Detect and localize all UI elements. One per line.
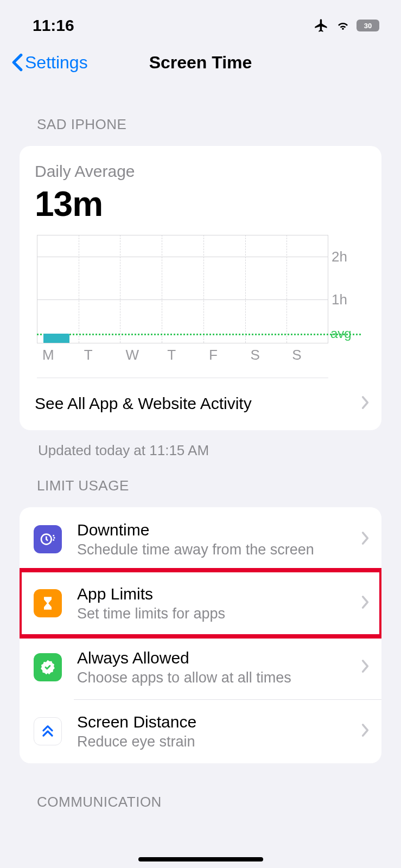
chevron-right-icon (361, 531, 370, 547)
chevron-right-icon (361, 595, 370, 611)
status-time: 11:16 (33, 16, 74, 35)
section-header-communication: COMMUNICATION (0, 763, 401, 816)
list-item-title: Screen Distance (77, 713, 361, 731)
list-item-title: App Limits (77, 585, 361, 603)
usage-chart: 1h2havg MTWTFSS (35, 224, 366, 378)
list-item-hourglass[interactable]: App LimitsSet time limits for apps (20, 571, 381, 635)
status-icons: 30 (313, 18, 379, 33)
airplane-icon (313, 18, 329, 33)
back-button[interactable]: Settings (11, 53, 88, 73)
section-header-limit-usage: LIMIT USAGE (0, 459, 401, 500)
home-indicator[interactable] (138, 857, 263, 861)
chart-bar (43, 334, 69, 343)
see-all-activity-row[interactable]: See All App & Website Activity (20, 378, 381, 430)
limit-usage-card: DowntimeSchedule time away from the scre… (20, 507, 381, 763)
back-label: Settings (25, 53, 88, 73)
list-item-title: Always Allowed (77, 649, 361, 667)
daily-average-value: 13m (35, 184, 366, 224)
chevron-right-icon (361, 659, 370, 675)
list-item-subtitle: Schedule time away from the screen (77, 541, 361, 558)
section-header-device: SAD IPHONE (0, 87, 401, 138)
check-badge-icon (34, 653, 62, 681)
hourglass-icon (34, 589, 62, 617)
list-item-subtitle: Reduce eye strain (77, 733, 361, 750)
updated-label: Updated today at 11:15 AM (0, 430, 401, 459)
list-item-chevrons-up[interactable]: Screen DistanceReduce eye strain (20, 699, 381, 763)
downtime-icon (34, 525, 62, 553)
list-item-check-badge[interactable]: Always AllowedChoose apps to allow at al… (20, 635, 381, 699)
daily-average-label: Daily Average (35, 162, 366, 181)
chevron-right-icon (361, 723, 370, 739)
list-item-title: Downtime (77, 521, 361, 539)
summary-card: Daily Average 13m 1h2havg MTWTFSS See Al… (20, 146, 381, 430)
wifi-icon (335, 19, 351, 32)
list-item-subtitle: Choose apps to allow at all times (77, 669, 361, 686)
nav-bar: Settings Screen Time (0, 38, 401, 87)
status-bar: 11:16 30 (0, 0, 401, 38)
battery-icon: 30 (357, 20, 379, 31)
chevron-left-icon (11, 53, 24, 72)
see-all-activity-label: See All App & Website Activity (35, 394, 252, 413)
list-item-subtitle: Set time limits for apps (77, 605, 361, 622)
list-item-downtime[interactable]: DowntimeSchedule time away from the scre… (20, 507, 381, 571)
chevron-right-icon (361, 395, 370, 412)
chevrons-up-icon (34, 717, 62, 745)
